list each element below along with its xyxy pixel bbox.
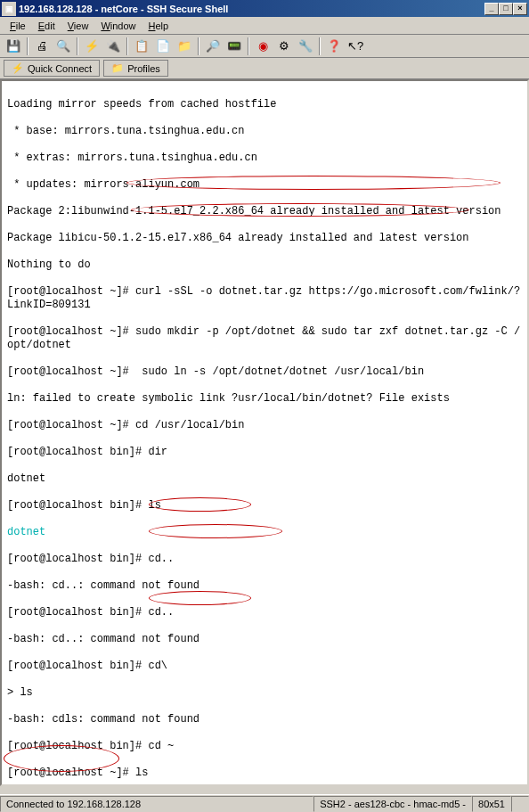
separator [198, 37, 199, 55]
separator [77, 37, 78, 55]
terminal-output[interactable]: Loading mirror speeds from cached hostfi… [0, 79, 529, 786]
annotation-ellipse [149, 591, 251, 605]
terminal-line: Loading mirror speeds from cached hostfi… [7, 98, 522, 111]
preview-icon[interactable]: 🔍 [53, 37, 73, 56]
terminal-line: * base: mirrors.tuna.tsinghua.edu.cn [7, 125, 522, 138]
separator [27, 37, 28, 55]
folder-icon: 📁 [111, 62, 124, 74]
app-icon: ▣ [2, 2, 16, 16]
terminal-line: dotnet [7, 526, 522, 539]
window-title: 192.168.128.128 - netCore - SSH Secure S… [19, 4, 484, 14]
lightning-icon: ⚡ [12, 62, 24, 74]
terminal-line: -bash: cd..: command not found [7, 633, 522, 646]
folder-icon[interactable]: 📁 [175, 37, 194, 56]
terminal-line: [root@localhost ~]# sudo mkdir -p /opt/d… [7, 325, 522, 352]
terminal-line: [root@localhost ~]# ls [7, 767, 522, 780]
separator [248, 37, 249, 55]
terminal-line: [root@localhost bin]# cd ~ [7, 740, 522, 753]
tab-quick-connect[interactable]: ⚡ Quick Connect [4, 60, 100, 77]
status-protocol: SSH2 - aes128-cbc - hmac-md5 - [313, 796, 472, 812]
status-blank [511, 796, 529, 812]
terminal-line: [root@localhost bin]# cd\ [7, 660, 522, 673]
tools-icon[interactable]: 🔧 [296, 37, 315, 56]
terminal-line: -bash: cdls: command not found [7, 713, 522, 726]
terminal-line: ln: failed to create symbolic link ?usr/… [7, 392, 522, 406]
terminal-line: [root@localhost bin]# cd.. [7, 606, 522, 619]
menu-window[interactable]: Window [94, 19, 142, 33]
tab-bar: ⚡ Quick Connect 📁 Profiles [0, 58, 529, 79]
help-icon[interactable]: ❓ [324, 37, 344, 56]
toolbar: 💾 🖨 🔍 ⚡ 🔌 📋 📄 📁 🔎 📟 ◉ ⚙ 🔧 ❓ ↖? [0, 35, 529, 58]
terminal-line: [root@localhost bin]# dir [7, 446, 522, 459]
terminal-line: -bash: cd..: command not found [7, 579, 522, 593]
minimize-button[interactable]: _ [484, 3, 499, 15]
disconnect-icon[interactable]: 🔌 [103, 37, 123, 56]
terminal-icon[interactable]: 📟 [224, 37, 244, 56]
terminal-line: > ls [7, 686, 522, 700]
close-button[interactable]: × [513, 3, 527, 15]
status-bar: Connected to 192.168.128.128 SSH2 - aes1… [0, 794, 529, 812]
terminal-line: [root@localhost ~]# cd /usr/local/bin [7, 419, 522, 432]
pointer-help-icon[interactable]: ↖? [346, 37, 365, 56]
menu-help[interactable]: Help [142, 19, 175, 33]
terminal-line: Package 2:libunwind-1.1-5.el7_2.2.x86_64… [7, 205, 522, 218]
terminal-line: [root@localhost ~]# sudo ln -s /opt/dotn… [7, 365, 522, 379]
tab-profiles[interactable]: 📁 Profiles [103, 60, 168, 77]
terminal-line: * extras: mirrors.tuna.tsinghua.edu.cn [7, 152, 522, 165]
maximize-button[interactable]: □ [499, 3, 513, 15]
paste-icon[interactable]: 📄 [153, 37, 173, 56]
status-connection: Connected to 192.168.128.128 [0, 796, 313, 812]
terminal-line: Package libicu-50.1.2-15.el7.x86_64 alre… [7, 232, 522, 245]
print-icon[interactable]: 🖨 [32, 37, 52, 56]
menu-file[interactable]: File [4, 19, 32, 33]
menu-view[interactable]: View [61, 19, 95, 33]
terminal-line: Nothing to do [7, 258, 522, 272]
menu-edit[interactable]: Edit [32, 19, 61, 33]
status-size: 80x51 [472, 796, 511, 812]
terminal-line: dotnet [7, 472, 522, 486]
separator [126, 37, 128, 55]
copy-icon[interactable]: 📋 [132, 37, 151, 56]
find-icon[interactable]: 🔎 [203, 37, 223, 56]
color-icon[interactable]: ◉ [253, 37, 273, 56]
tab-label: Quick Connect [28, 63, 92, 74]
save-icon[interactable]: 💾 [4, 37, 23, 56]
terminal-line: [root@localhost bin]# ls [7, 499, 522, 513]
settings-icon[interactable]: ⚙ [274, 37, 294, 56]
title-bar: ▣ 192.168.128.128 - netCore - SSH Secure… [0, 0, 529, 17]
connect-icon[interactable]: ⚡ [82, 37, 102, 56]
terminal-line: [root@localhost ~]# curl -sSL -o dotnet.… [7, 285, 522, 312]
separator [319, 37, 321, 55]
terminal-line: [root@localhost bin]# cd.. [7, 553, 522, 566]
tab-label: Profiles [127, 63, 160, 74]
menu-bar: File Edit View Window Help [0, 17, 529, 35]
terminal-line: * updates: mirrors.aliyun.com [7, 178, 522, 192]
